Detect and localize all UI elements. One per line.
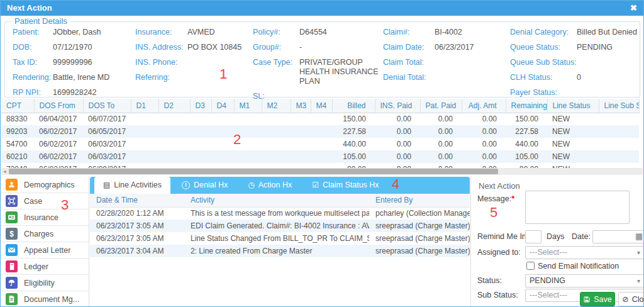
list-item[interactable]: 06/23/2017 3:05 AMLine Status Changed Fr…: [90, 232, 470, 245]
next-action-form: Next Action Message:* Remind Me In: Days…: [470, 177, 643, 306]
annotation-marker-2: 2: [233, 133, 241, 147]
field-label: Claim Total:: [383, 58, 435, 67]
field-label: INS. Phone:: [135, 58, 187, 67]
panel-title: Next Action: [479, 181, 520, 191]
sub-status-label: Sub Status:: [477, 291, 518, 299]
list-item[interactable]: 06/23/2017 3:05 AMEDI Claim Generated. C…: [90, 220, 470, 232]
patient-details-col-5: Denial Category:Billed But Denied Queue …: [510, 28, 640, 103]
patient-details-col-1: Patient:JObber, Dash DOB:07/12/1970 Tax …: [13, 28, 132, 103]
field-label: INS. Address:: [135, 43, 187, 52]
field-label: Claim Date:: [383, 43, 435, 52]
save-button[interactable]: Save: [580, 292, 615, 306]
field-value: Billed But Denied: [577, 28, 637, 37]
ledger-book-icon: [6, 260, 18, 272]
next-action-dialog: Next Action ✖ Patient Details Patient:JO…: [0, 0, 644, 307]
field-value: D64554: [299, 28, 381, 37]
send-email-checkbox[interactable]: [526, 262, 535, 270]
sidebar-item-document-mgmt[interactable]: Document Mg...: [1, 291, 89, 307]
tab-line-activities[interactable]: ▤ Line Activities: [94, 177, 170, 194]
field-value: PO BOX 10845: [187, 43, 242, 52]
field-value: Battle, Irene MD: [53, 73, 109, 82]
col-header: M3: [291, 99, 311, 113]
close-button[interactable]: ⊘ Close: [618, 292, 644, 306]
col-header: Date & Time: [90, 194, 184, 207]
field-label: Tax ID:: [13, 58, 53, 67]
tab-claim-status-hx[interactable]: ☑ Claim Status Hx: [303, 177, 387, 194]
document-icon: [6, 293, 18, 305]
id-card-icon: [6, 211, 18, 223]
tab-label: Claim Status Hx: [323, 177, 379, 194]
slash-circle-icon: ⊘: [622, 294, 628, 304]
list-item[interactable]: 06/23/2017 3:04 AM2: Line created From C…: [90, 245, 470, 257]
envelope-icon: [6, 244, 18, 256]
field-label: Payer Status:: [510, 88, 577, 98]
col-header: D1: [131, 99, 158, 113]
annotation-marker-4: 4: [392, 177, 399, 191]
umbrella-icon: [6, 277, 18, 289]
message-label: Message:*: [477, 194, 514, 203]
field-value: PENDING: [577, 43, 613, 52]
patient-details-col-2: Insurance:AVMED INS. Address:PO BOX 1084…: [135, 28, 252, 88]
table-row[interactable]: 7304006/02/201706/09/201790.000.000.000.…: [1, 163, 639, 168]
activity-table: Date & Time Activity Entered By 02/28/20…: [90, 194, 470, 257]
floppy-disk-icon: [583, 296, 591, 303]
col-header: M2: [262, 99, 291, 113]
patient-details-panel: Patient Details Patient:JObber, Dash DOB…: [4, 21, 640, 98]
close-icon[interactable]: ✖: [630, 1, 637, 16]
list-item[interactable]: 02/28/2020 1:12 AMThis is a test message…: [90, 207, 470, 220]
status-select[interactable]: PENDING▾: [525, 274, 644, 287]
remind-days-input[interactable]: [525, 230, 541, 243]
table-row[interactable]: 8833006/04/201706/07/2017150.000.000.000…: [1, 113, 639, 125]
assigned-to-label: Assigned to:: [477, 248, 521, 257]
field-value: BI-4002: [435, 28, 462, 37]
scroll-left-arrow-icon[interactable]: ◂: [1, 168, 8, 175]
date-label: Date:: [572, 232, 591, 241]
sidebar-item-appeal-letter[interactable]: Appeal Letter: [1, 242, 89, 259]
sidebar-item-label: Demographics: [24, 181, 75, 189]
table-row[interactable]: 9920306/02/201706/05/2017227.580.000.000…: [1, 125, 639, 138]
tab-action-hx[interactable]: ◷ Action Hx: [239, 177, 301, 194]
tab-denial-hx[interactable]: ! Denial Hx: [173, 177, 236, 194]
tab-label: Action Hx: [258, 177, 292, 194]
sidebar-item-case[interactable]: Case: [1, 193, 89, 209]
field-value: AVMED: [187, 28, 215, 37]
case-frame-icon: [6, 195, 18, 207]
table-row[interactable]: 5470006/02/201706/03/2017440.000.000.000…: [1, 138, 639, 150]
horizontal-scrollbar[interactable]: ◂: [1, 168, 643, 175]
col-header: DOS From: [34, 99, 83, 113]
annotation-marker-1: 1: [219, 67, 227, 81]
col-header: Activity: [184, 194, 369, 207]
patient-details-col-3: Policy#:D64554 Group#:- Case Type:PRIVAT…: [253, 28, 386, 107]
scrollbar-thumb[interactable]: [9, 169, 498, 174]
dialog-titlebar: Next Action ✖: [1, 1, 643, 16]
col-header: Remaining: [506, 99, 547, 113]
message-input[interactable]: [525, 191, 630, 224]
calendar-icon[interactable]: ▦: [635, 232, 643, 241]
assigned-to-select[interactable]: ---Select---▾: [525, 246, 644, 259]
sidebar-item-insurance[interactable]: Insurance: [1, 209, 89, 226]
field-label: Denial Category:: [510, 28, 577, 37]
col-header: Line Status: [547, 99, 599, 113]
sidebar-item-label: Case: [24, 197, 42, 206]
field-label: Queue Status:: [510, 43, 577, 52]
sidebar-item-eligibility[interactable]: Eligibility: [1, 275, 89, 291]
col-header: CPT: [1, 99, 34, 113]
chevron-down-icon: ▾: [637, 275, 640, 287]
sidebar-item-charges[interactable]: $ Charges: [1, 226, 89, 242]
checkbox-icon: ☑: [312, 177, 319, 194]
exclamation-circle-icon: !: [182, 181, 190, 189]
col-header: D3: [190, 99, 211, 113]
field-value: 0: [577, 73, 581, 82]
sidebar-item-ledger[interactable]: Ledger: [1, 259, 89, 275]
col-header: Billed: [332, 99, 375, 113]
sidebar-item-demographics[interactable]: Demographics: [1, 177, 89, 193]
field-label: Denial Total:: [383, 73, 435, 82]
table-row[interactable]: 6021006/02/201706/03/2017105.000.000.000…: [1, 150, 639, 163]
sidebar-item-label: Document Mg...: [24, 295, 79, 304]
dialog-title: Next Action: [7, 3, 52, 13]
field-label: Case Type:: [253, 58, 299, 86]
field-value: 07/12/1970: [53, 43, 92, 52]
field-label: CLH Status:: [510, 73, 577, 82]
field-value: -: [299, 43, 381, 52]
days-label: Days: [547, 232, 564, 241]
